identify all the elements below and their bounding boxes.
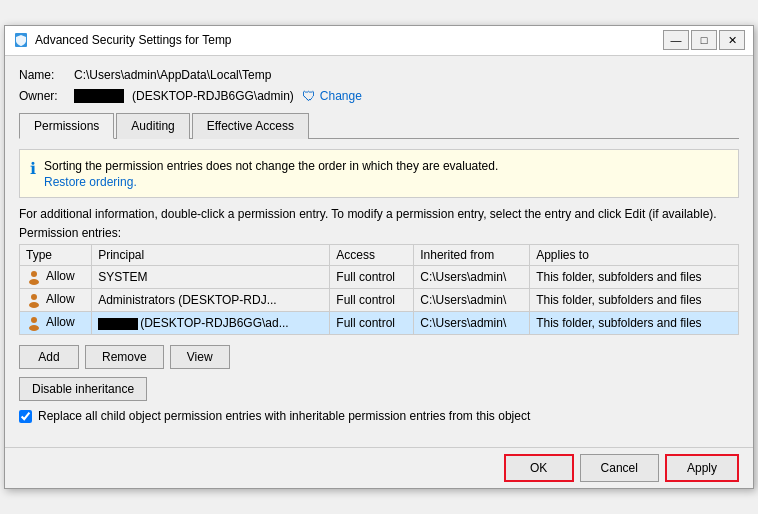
cell-type: Allow xyxy=(20,266,92,289)
remove-button[interactable]: Remove xyxy=(85,345,164,369)
cell-principal: Administrators (DESKTOP-RDJ... xyxy=(92,289,330,312)
title-bar: Advanced Security Settings for Temp — □ … xyxy=(5,26,753,56)
svg-point-4 xyxy=(29,302,39,308)
apply-button[interactable]: Apply xyxy=(665,454,739,482)
change-link[interactable]: 🛡 Change xyxy=(302,88,362,104)
content-area: Name: C:\Users\admin\AppData\Local\Temp … xyxy=(5,56,753,448)
owner-bar-image xyxy=(74,89,124,103)
description-text: For additional information, double-click… xyxy=(19,206,739,223)
cell-principal: SYSTEM xyxy=(92,266,330,289)
disable-inheritance-button[interactable]: Disable inheritance xyxy=(19,377,147,401)
cell-access: Full control xyxy=(330,312,414,335)
col-principal: Principal xyxy=(92,245,330,266)
footer-buttons: OK Cancel Apply xyxy=(5,447,753,488)
shield-icon: 🛡 xyxy=(302,88,316,104)
col-applies: Applies to xyxy=(530,245,739,266)
table-row[interactable]: AllowAdministrators (DESKTOP-RDJ...Full … xyxy=(20,289,739,312)
tab-effective-access[interactable]: Effective Access xyxy=(192,113,309,139)
title-bar-left: Advanced Security Settings for Temp xyxy=(13,32,232,48)
tabs-container: Permissions Auditing Effective Access xyxy=(19,112,739,139)
maximize-button[interactable]: □ xyxy=(691,30,717,50)
replace-checkbox-label: Replace all child object permission entr… xyxy=(38,409,530,423)
restore-ordering-link[interactable]: Restore ordering. xyxy=(44,175,137,189)
tab-auditing[interactable]: Auditing xyxy=(116,113,189,139)
entries-label: Permission entries: xyxy=(19,226,739,240)
ok-button[interactable]: OK xyxy=(504,454,574,482)
table-row[interactable]: AllowSYSTEMFull controlC:\Users\admin\Th… xyxy=(20,266,739,289)
owner-label: Owner: xyxy=(19,89,74,103)
replace-checkbox-row: Replace all child object permission entr… xyxy=(19,409,739,423)
owner-name: (DESKTOP-RDJB6GG\admin) xyxy=(132,89,294,103)
window-icon xyxy=(13,32,29,48)
name-row: Name: C:\Users\admin\AppData\Local\Temp xyxy=(19,68,739,82)
minimize-button[interactable]: — xyxy=(663,30,689,50)
svg-point-2 xyxy=(29,279,39,285)
svg-point-1 xyxy=(31,271,37,277)
cancel-button[interactable]: Cancel xyxy=(580,454,659,482)
cell-applies: This folder, subfolders and files xyxy=(530,266,739,289)
cell-inherited: C:\Users\admin\ xyxy=(414,312,530,335)
name-value: C:\Users\admin\AppData\Local\Temp xyxy=(74,68,271,82)
svg-point-3 xyxy=(31,294,37,300)
col-access: Access xyxy=(330,245,414,266)
cell-inherited: C:\Users\admin\ xyxy=(414,266,530,289)
col-type: Type xyxy=(20,245,92,266)
info-box: ℹ Sorting the permission entries does no… xyxy=(19,149,739,198)
add-button[interactable]: Add xyxy=(19,345,79,369)
table-header-row: Type Principal Access Inherited from App… xyxy=(20,245,739,266)
col-inherited: Inherited from xyxy=(414,245,530,266)
svg-point-5 xyxy=(31,317,37,323)
info-content: Sorting the permission entries does not … xyxy=(44,158,498,189)
owner-block: (DESKTOP-RDJB6GG\admin) 🛡 Change xyxy=(74,88,362,104)
name-label: Name: xyxy=(19,68,74,82)
window-title: Advanced Security Settings for Temp xyxy=(35,33,232,47)
cell-type: Allow xyxy=(20,312,92,335)
cell-inherited: C:\Users\admin\ xyxy=(414,289,530,312)
info-message: Sorting the permission entries does not … xyxy=(44,159,498,173)
close-button[interactable]: ✕ xyxy=(719,30,745,50)
svg-point-6 xyxy=(29,325,39,331)
cell-applies: This folder, subfolders and files xyxy=(530,289,739,312)
cell-access: Full control xyxy=(330,266,414,289)
title-buttons: — □ ✕ xyxy=(663,30,745,50)
bottom-buttons: Add Remove View xyxy=(19,345,739,369)
view-button[interactable]: View xyxy=(170,345,230,369)
cell-access: Full control xyxy=(330,289,414,312)
owner-row: Owner: (DESKTOP-RDJB6GG\admin) 🛡 Change xyxy=(19,88,739,104)
table-row[interactable]: Allow(DESKTOP-RDJB6GG\ad...Full controlC… xyxy=(20,312,739,335)
main-window: Advanced Security Settings for Temp — □ … xyxy=(4,25,754,490)
cell-type: Allow xyxy=(20,289,92,312)
tab-permissions[interactable]: Permissions xyxy=(19,113,114,139)
info-icon: ℹ xyxy=(30,159,36,178)
replace-checkbox[interactable] xyxy=(19,410,32,423)
cell-principal: (DESKTOP-RDJB6GG\ad... xyxy=(92,312,330,335)
permissions-table: Type Principal Access Inherited from App… xyxy=(19,244,739,335)
cell-applies: This folder, subfolders and files xyxy=(530,312,739,335)
change-link-text: Change xyxy=(320,89,362,103)
